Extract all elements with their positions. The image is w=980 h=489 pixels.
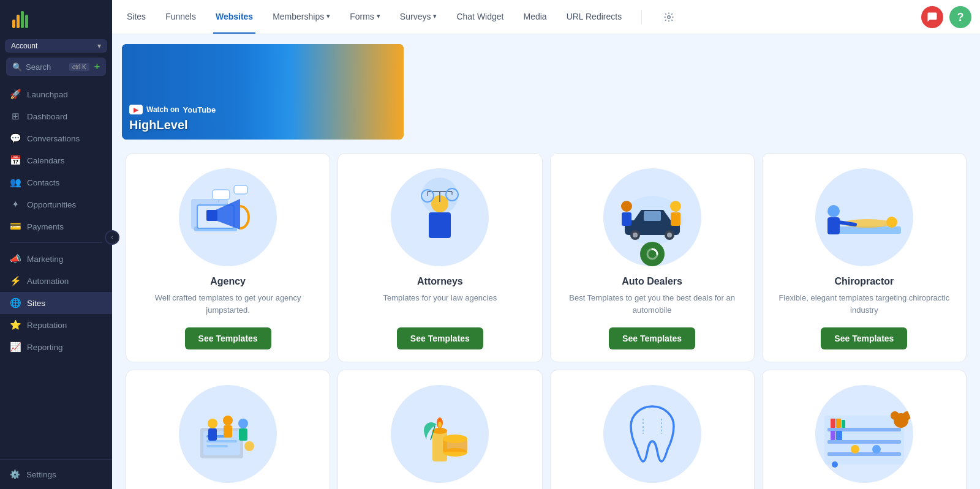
svg-point-53 xyxy=(432,428,447,434)
day-spa-illustration xyxy=(391,385,489,483)
settings-gear-button[interactable] xyxy=(659,7,679,27)
conversations-icon: 💬 xyxy=(10,133,21,144)
auto-dealers-title: Auto Dealers xyxy=(622,276,682,287)
template-card-day-spa: Day Spa Templates for the spa industry S… xyxy=(337,370,542,489)
youtube-banner[interactable]: ▶ Watch on YouTube HighLevel xyxy=(122,44,404,140)
svg-rect-69 xyxy=(831,431,835,440)
svg-rect-2 xyxy=(21,11,24,28)
sidebar-item-label: Automation xyxy=(27,277,69,286)
chiropractor-see-templates-button[interactable]: See Templates xyxy=(821,327,907,349)
attorneys-see-templates-button[interactable]: See Templates xyxy=(397,327,483,349)
svg-point-25 xyxy=(633,233,638,237)
sidebar-item-conversations[interactable]: 💬 Conversations xyxy=(0,127,112,149)
loading-spinner xyxy=(640,242,665,266)
agency-see-templates-button[interactable]: See Templates xyxy=(185,327,271,349)
svg-rect-0 xyxy=(12,20,15,28)
search-icon: 🔍 xyxy=(12,62,22,72)
account-name: Account xyxy=(11,42,94,50)
svg-rect-1 xyxy=(17,15,20,28)
sidebar-item-label: Calendars xyxy=(27,156,65,165)
youtube-text: YouTube xyxy=(183,105,216,114)
svg-point-51 xyxy=(244,441,254,451)
sidebar-item-reporting[interactable]: 📈 Reporting xyxy=(0,336,112,358)
template-card-attorneys: Attorneys Templates for your law agencie… xyxy=(337,153,542,362)
banner-title: HighLevel xyxy=(129,118,216,132)
tab-chat-widget[interactable]: Chat Widget xyxy=(454,1,506,34)
sidebar-item-contacts[interactable]: 👥 Contacts xyxy=(0,171,112,193)
agency-title: Agency xyxy=(210,276,246,287)
auto-dealers-desc: Best Templates to get you the best deals… xyxy=(560,292,744,316)
sites-icon: 🌐 xyxy=(10,297,21,308)
tab-funnels[interactable]: Funnels xyxy=(163,1,198,34)
search-placeholder: Search xyxy=(26,62,66,72)
sidebar-item-sites[interactable]: 🌐 Sites xyxy=(0,292,112,314)
sidebar-item-label: Launchpad xyxy=(27,90,68,99)
youtube-logo: ▶ Watch on YouTube xyxy=(129,105,216,114)
sidebar-item-label: Marketing xyxy=(27,255,63,264)
svg-point-46 xyxy=(223,416,233,425)
sidebar-item-reputation[interactable]: ⭐ Reputation xyxy=(0,314,112,336)
dashboard-icon: ⊞ xyxy=(10,111,21,122)
sidebar-item-label: Sites xyxy=(27,299,45,308)
svg-point-37 xyxy=(827,205,840,217)
sidebar-item-payments[interactable]: 💳 Payments xyxy=(0,215,112,237)
tab-websites[interactable]: Websites xyxy=(213,1,255,34)
marketing-icon: 📣 xyxy=(10,253,21,264)
sidebar-item-label: Payments xyxy=(27,222,64,231)
tab-url-redirects[interactable]: URL Redirects xyxy=(564,1,625,34)
collapse-icon: ‹ xyxy=(111,234,113,241)
chat-button[interactable] xyxy=(921,6,943,28)
nav-divider xyxy=(641,10,642,24)
sidebar-nav: 🚀 Launchpad ⊞ Dashboard 💬 Conversations … xyxy=(0,83,112,459)
svg-rect-49 xyxy=(224,425,232,438)
add-icon[interactable]: + xyxy=(94,61,100,72)
svg-rect-10 xyxy=(234,185,247,194)
sidebar-item-marketing[interactable]: 📣 Marketing xyxy=(0,248,112,270)
svg-point-72 xyxy=(872,445,881,454)
attorneys-desc: Templates for your law agencies xyxy=(383,292,497,316)
svg-point-31 xyxy=(621,201,632,212)
template-card-agency: Agency Well crafted templates to get you… xyxy=(126,153,330,362)
tab-surveys[interactable]: Surveys ▾ xyxy=(398,1,440,34)
sidebar-item-label: Reporting xyxy=(27,343,63,352)
nav-divider xyxy=(10,242,102,243)
svg-point-45 xyxy=(208,419,217,428)
svg-rect-32 xyxy=(622,212,631,226)
svg-rect-50 xyxy=(239,428,247,441)
svg-point-47 xyxy=(238,419,248,428)
svg-rect-38 xyxy=(827,217,840,234)
svg-rect-30 xyxy=(671,212,680,226)
svg-point-55 xyxy=(438,422,442,428)
sidebar-item-label: Dashboard xyxy=(27,112,67,121)
svg-rect-65 xyxy=(827,452,901,456)
svg-point-27 xyxy=(667,233,672,237)
sidebar-item-dashboard[interactable]: ⊞ Dashboard xyxy=(0,105,112,127)
sidebar-item-calendars[interactable]: 📅 Calendars xyxy=(0,149,112,171)
svg-rect-64 xyxy=(827,440,901,444)
coaching-illustration xyxy=(179,385,277,483)
settings-icon: ⚙️ xyxy=(10,469,20,479)
sidebar-item-automation[interactable]: ⚡ Automation xyxy=(0,270,112,292)
sidebar-collapse-button[interactable]: ‹ xyxy=(105,230,119,245)
dental-illustration xyxy=(603,385,701,483)
reporting-icon: 📈 xyxy=(10,342,21,353)
tab-memberships[interactable]: Memberships ▾ xyxy=(270,1,333,34)
sidebar-item-opportunities[interactable]: ✦ Opportunities xyxy=(0,193,112,215)
contacts-icon: 👥 xyxy=(10,177,21,188)
tab-forms[interactable]: Forms ▾ xyxy=(347,1,383,34)
template-card-chiropractor: Chiropractor Flexible, elegant templates… xyxy=(762,153,967,362)
help-button[interactable]: ? xyxy=(949,6,971,28)
svg-point-36 xyxy=(886,217,897,228)
svg-point-75 xyxy=(891,411,899,420)
auto-dealers-see-templates-button[interactable]: See Templates xyxy=(609,327,695,349)
sidebar-item-launchpad[interactable]: 🚀 Launchpad xyxy=(0,83,112,105)
search-bar[interactable]: 🔍 Search ctrl K + xyxy=(6,58,106,76)
account-selector[interactable]: Account ▾ xyxy=(5,39,107,53)
svg-rect-68 xyxy=(842,420,845,428)
chiropractor-illustration xyxy=(815,168,913,266)
sidebar-item-label: Conversations xyxy=(27,134,80,143)
tab-sites[interactable]: Sites xyxy=(124,1,148,34)
sidebar-settings[interactable]: ⚙️ Settings xyxy=(10,466,102,483)
svg-point-71 xyxy=(851,445,859,454)
tab-media[interactable]: Media xyxy=(521,1,549,34)
